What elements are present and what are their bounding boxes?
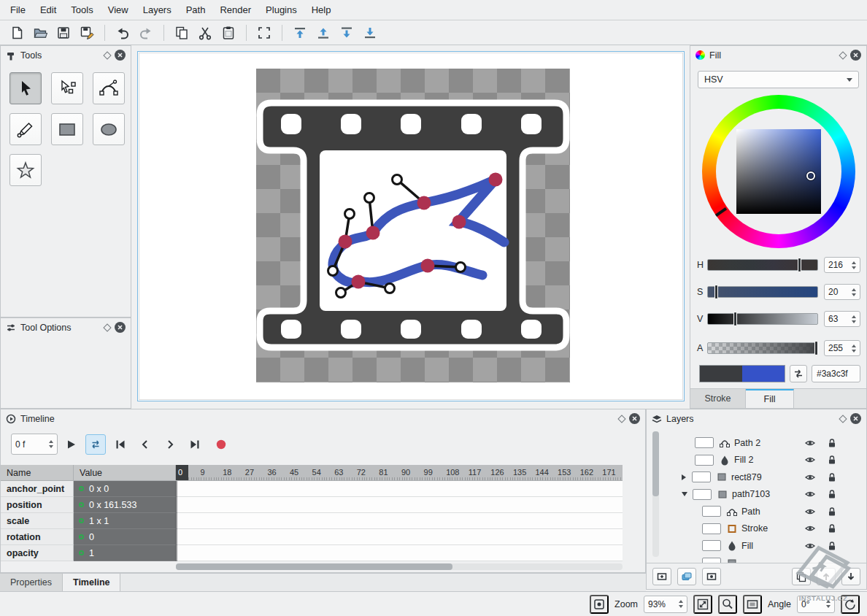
lower-button[interactable] <box>336 22 358 44</box>
lock-icon[interactable] <box>827 523 837 534</box>
layer-row[interactable]: Stroke <box>647 520 866 538</box>
hue-slider-handle[interactable] <box>798 258 801 272</box>
keyframe-track[interactable] <box>176 481 623 497</box>
paste-button[interactable] <box>217 22 239 44</box>
menu-edit[interactable]: Edit <box>33 0 63 20</box>
new-group-button[interactable] <box>677 568 696 585</box>
tool-star-button[interactable] <box>9 154 42 186</box>
record-keyframes-button[interactable] <box>590 595 609 614</box>
keyframe-track[interactable] <box>176 545 623 561</box>
tab-fill[interactable]: Fill <box>746 389 794 408</box>
layer-row[interactable]: Fill <box>647 537 866 555</box>
visibility-eye-icon[interactable] <box>805 523 815 534</box>
color-model-select[interactable]: HSV <box>698 71 859 88</box>
previous-frame-button[interactable] <box>135 434 155 455</box>
hue-marker[interactable] <box>715 207 727 217</box>
expander-collapsed-icon[interactable] <box>682 474 686 480</box>
close-panel-icon[interactable] <box>115 50 126 61</box>
keyframe-toggle-icon[interactable] <box>79 550 84 555</box>
visibility-eye-icon[interactable] <box>805 541 815 551</box>
saturation-slider-handle[interactable] <box>714 285 718 299</box>
play-button[interactable] <box>61 434 81 455</box>
record-button[interactable] <box>211 434 231 455</box>
float-panel-icon[interactable] <box>103 51 111 59</box>
tool-rectangle-button[interactable] <box>51 113 83 145</box>
duplicate-layer-button[interactable] <box>792 568 811 585</box>
float-panel-icon[interactable] <box>839 415 847 423</box>
expander-expanded-icon[interactable] <box>682 492 687 496</box>
scrollbar-thumb[interactable] <box>176 563 452 570</box>
undo-button[interactable] <box>112 22 134 44</box>
property-value[interactable]: 1 <box>74 545 176 561</box>
visibility-eye-icon[interactable] <box>805 472 815 482</box>
move-layer-down-button[interactable] <box>841 568 860 585</box>
property-value[interactable]: 0 x 0 <box>74 481 176 497</box>
saturation-slider[interactable] <box>707 286 818 298</box>
lock-icon[interactable] <box>827 489 837 499</box>
go-to-start-button[interactable] <box>110 434 131 455</box>
menu-file[interactable]: File <box>3 0 33 20</box>
keyframe-toggle-icon[interactable] <box>79 518 84 523</box>
float-panel-icon[interactable] <box>103 323 111 331</box>
layer-thumbnail[interactable] <box>695 455 714 466</box>
layer-row[interactable]: Path 2 <box>647 434 866 452</box>
menu-view[interactable]: View <box>101 0 136 20</box>
visibility-eye-icon[interactable] <box>805 438 815 448</box>
playhead[interactable] <box>176 481 177 561</box>
save-as-button[interactable] <box>76 22 98 44</box>
column-header-value[interactable]: Value <box>74 465 176 481</box>
reset-rotation-button[interactable] <box>841 595 860 614</box>
hue-wheel[interactable] <box>702 95 855 248</box>
alpha-slider[interactable] <box>707 342 818 354</box>
layer-thumbnail[interactable] <box>702 523 721 534</box>
tool-select-button[interactable] <box>9 72 42 104</box>
tool-bezier-button[interactable] <box>93 72 125 104</box>
layer-thumbnail[interactable] <box>702 506 721 517</box>
value-slider-handle[interactable] <box>733 312 737 326</box>
timeline-ruler[interactable]: 0918273645546372819099108117126135144153… <box>176 465 623 481</box>
menu-path[interactable]: Path <box>179 0 213 20</box>
layer-row[interactable]: Fill 2 <box>647 452 866 469</box>
tab-properties[interactable]: Properties <box>0 574 63 591</box>
move-layer-up-button[interactable] <box>817 568 836 585</box>
property-value[interactable]: 0 x 161.533 <box>74 497 176 513</box>
visibility-eye-icon[interactable] <box>805 507 815 517</box>
keyframe-toggle-icon[interactable] <box>79 534 84 539</box>
lock-icon[interactable] <box>827 507 837 517</box>
tool-edit-nodes-button[interactable] <box>51 72 83 104</box>
secondary-color-swatch[interactable] <box>742 366 785 382</box>
select-frame-button[interactable] <box>253 22 275 44</box>
layer-row[interactable]: path7103 <box>647 486 866 504</box>
visibility-eye-icon[interactable] <box>805 455 815 465</box>
value-spinbox[interactable]: 63 <box>824 311 860 327</box>
zoom-spinbox[interactable]: 93% <box>644 596 687 613</box>
saturation-value-square[interactable] <box>736 129 821 214</box>
go-to-end-button[interactable] <box>185 434 205 455</box>
layer-thumbnail[interactable] <box>695 437 714 448</box>
layer-thumbnail[interactable] <box>702 558 721 563</box>
save-button[interactable] <box>53 22 74 44</box>
property-value[interactable]: 1 x 1 <box>74 513 176 529</box>
new-layer-button[interactable] <box>652 568 671 585</box>
raise-to-top-button[interactable] <box>289 22 311 44</box>
menu-help[interactable]: Help <box>304 0 339 20</box>
tab-timeline[interactable]: Timeline <box>63 574 120 591</box>
tool-ellipse-button[interactable] <box>93 113 125 145</box>
layer-thumbnail[interactable] <box>692 471 711 482</box>
loop-button[interactable] <box>85 434 106 455</box>
lock-icon[interactable] <box>827 438 837 448</box>
frame-view-button[interactable] <box>743 595 762 614</box>
value-slider[interactable] <box>707 313 818 325</box>
swap-colors-button[interactable] <box>790 365 807 382</box>
float-panel-icon[interactable] <box>839 51 847 59</box>
new-precomposition-button[interactable] <box>702 568 721 585</box>
canvas[interactable] <box>137 51 685 401</box>
open-document-button[interactable] <box>29 22 51 44</box>
tool-freehand-button[interactable] <box>9 113 42 145</box>
timeline-horizontal-scrollbar[interactable] <box>176 563 623 570</box>
keyframe-track[interactable] <box>176 497 623 513</box>
angle-spinbox[interactable]: 0° <box>797 596 835 613</box>
keyframe-track[interactable] <box>176 513 623 529</box>
close-panel-icon[interactable] <box>629 413 640 424</box>
hue-slider[interactable] <box>707 259 818 271</box>
